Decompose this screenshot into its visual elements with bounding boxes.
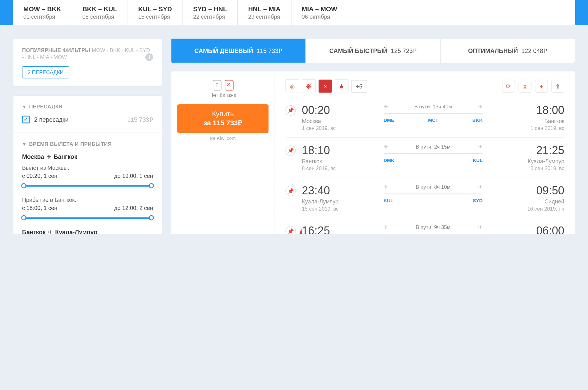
sort-tab-1[interactable]: САМЫЙ БЫСТРЫЙ 125 723₽ [306,39,441,63]
airline-logo-3: ✕ [318,79,332,93]
arr-to: до 12:00, 2 сен [114,205,153,211]
popular-filters-panel: ПОПУЛЯРНЫЕ ФИЛЬТРЫ MOW - BKK - KUL - SYD… [13,38,162,87]
handbag-icon: ? [212,80,221,90]
time-title: ВРЕМЯ ВЫЛЕТА И ПРИБЫТИЯ [29,141,112,147]
to-code: BKK [472,117,483,123]
arr-time: 09:50 [493,184,564,197]
arr-date: 16 сен 2019, пн [493,206,564,212]
landing-icon: ✈ [478,144,483,150]
to-code: SYD [473,198,483,203]
filter-chip-transfers[interactable]: 2 ПЕРЕСАДКИ [22,66,69,78]
route-date: 01 сентября [23,13,61,20]
tab-price: 122 048₽ [521,47,547,54]
refresh-icon[interactable]: ⟳ [502,80,515,93]
plane-icon: ✈ [48,229,53,234]
dep-time: 23:40 [302,184,373,197]
buy-button[interactable]: Купить за 115 733₽ [177,104,268,133]
takeoff-icon: ✈ [384,224,388,230]
pin-icon[interactable]: 📌 [285,186,296,196]
route-segment-3[interactable]: SYD – HNL 22 сентября [183,0,238,25]
pin-icon[interactable]: 📌 [285,145,296,156]
duration: В пути: 2ч 15м [416,144,450,150]
pin-icon[interactable]: 📌 [285,226,296,234]
time-section-head[interactable]: ▼ВРЕМЯ ВЫЛЕТА И ПРИБЫТИЯ [22,141,153,147]
leg-title-1: Бангкок✈Куала-Лумпур [22,229,153,234]
transfers-title: ПЕРЕСАДКИ [29,103,62,109]
progress-line [384,193,483,194]
info-icon[interactable]: i [145,53,153,61]
arr-slider-0[interactable] [22,215,153,221]
route-date: 22 сентября [193,13,227,20]
duration: В пути: 8ч 10м [416,184,450,190]
arr-time: 21:25 [493,144,564,157]
tab-label: ОПТИМАЛЬНЫЙ [468,47,518,54]
dep-time: 18:10 [302,144,373,157]
dep-city: Куала-Лумпур [302,198,373,205]
route-date: 15 сентября [138,13,172,20]
hourglass-icon[interactable]: ⧗ [519,80,532,93]
from-code: DMK [384,158,394,163]
buy-label: Купить [212,110,234,117]
flight-segment-3[interactable]: 📌 16:25 Сидней 22 сен 2019, вс ✈ В пути:… [285,218,564,234]
dep-from: с 00:20, 1 сен [22,173,57,179]
agent-label: на Kiwi.com [177,136,268,141]
landing-icon: ✈ [478,224,483,230]
seat-icon[interactable]: ♦ [535,80,548,93]
duration: В пути: 13ч 40м [414,103,452,109]
dep-time: 16:25 [302,224,373,234]
airline-logo-4: ★ [335,79,348,93]
route-date: 06 октября [302,13,337,20]
tab-price: 125 723₽ [391,47,417,54]
tab-label: САМЫЙ ДЕШЕВЫЙ [194,47,253,54]
takeoff-icon: ✈ [384,184,388,190]
route-segment-2[interactable]: KUL – SYD 15 сентября [128,0,183,25]
from-code: KUL [384,198,393,203]
dep-to: до 19:00, 1 сен [114,173,153,179]
route-date: 29 сентября [248,13,281,20]
sort-tab-2[interactable]: ОПТИМАЛЬНЫЙ 122 048₽ [441,39,575,63]
from-code: DME [384,117,394,123]
route-segment-0[interactable]: MOW – BKK 01 сентября [13,0,72,25]
arr-date: 8 сен 2019, вс [493,165,564,171]
arr-from: с 18:00, 1 сен [22,205,57,211]
nobag-icon [225,80,233,90]
dep-time: 00:20 [302,103,373,117]
dep-city: Москва [302,118,373,124]
flight-segment-1[interactable]: 📌 18:10 Бангкок 8 сен 2019, вс ✈ В пути:… [285,137,564,178]
landing-icon: ✈ [478,103,483,109]
tab-label: САМЫЙ БЫСТРЫЙ [329,47,388,54]
takeoff-icon: ✈ [384,103,388,109]
route-code: MIA – MOW [302,5,337,13]
pin-icon[interactable]: 📌 [285,105,296,116]
sort-tab-0[interactable]: САМЫЙ ДЕШЕВЫЙ 115 733₽ [171,39,306,63]
sort-tabs: САМЫЙ ДЕШЕВЫЙ 115 733₽ САМЫЙ БЫСТРЫЙ 125… [171,38,575,63]
progress-line [384,153,483,154]
arr-city: Бангкок [493,118,564,124]
route-segment-1[interactable]: BKK – KUL 08 сентября [72,0,128,25]
route-segment-5[interactable]: MIA – MOW 06 октября [291,0,348,25]
plane-icon: ✈ [47,154,51,159]
to-code: KUL [473,158,483,163]
route-code: BKK – KUL [82,5,117,13]
airlines-more[interactable]: +5 [351,80,367,92]
route-code: MOW – BKK [23,5,61,13]
flight-segment-2[interactable]: 📌 23:40 Куала-Лумпур 15 сен 2019, вс ✈ В… [285,178,564,218]
route-date: 08 сентября [82,13,117,20]
checkbox-2-transfers[interactable]: ✓ [22,116,30,123]
route-code: KUL – SYD [138,5,172,13]
popular-title: ПОПУЛЯРНЫЕ ФИЛЬТРЫ [22,47,90,53]
arr-time: 18:00 [493,103,564,117]
flight-segment-0[interactable]: 📌 00:20 Москва 1 сен 2019, вс ✈ В пути: … [285,101,564,137]
arr-label: Прибытие в Бангкок: [22,197,153,203]
transfers-item-price: 115 733₽ [127,116,153,123]
dep-slider-0[interactable] [22,183,153,189]
transfers-section-head[interactable]: ▼ПЕРЕСАДКИ [22,103,153,109]
share-icon[interactable]: ⇪ [551,80,564,93]
dep-date: 8 сен 2019, вс [302,165,373,171]
dep-city: Бангкок [302,158,373,164]
no-baggage-label: Нет багажа [177,92,268,98]
route-segment-4[interactable]: HNL – MIA 29 сентября [238,0,291,25]
airline-logo-1: ◈ [285,79,299,93]
duration: В пути: 9ч 35м [416,224,450,230]
baggage-icons: ? [177,80,268,90]
